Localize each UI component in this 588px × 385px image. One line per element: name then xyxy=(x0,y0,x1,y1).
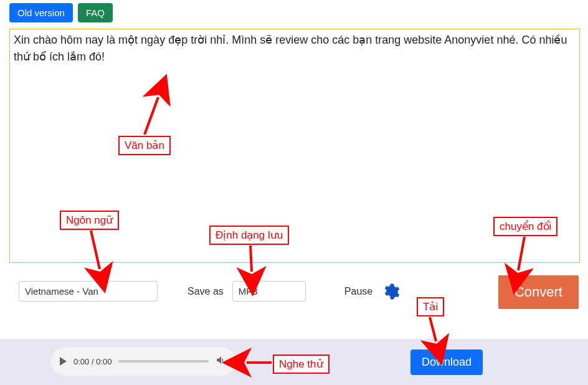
convert-button[interactable]: Convert xyxy=(498,275,579,309)
annotation-chuyen-doi: chuyển đổi xyxy=(493,217,557,236)
audio-player[interactable]: 0:00 / 0:00 xyxy=(51,347,235,376)
old-version-button[interactable]: Old version xyxy=(9,3,73,22)
svg-line-4 xyxy=(430,317,436,341)
controls-row: Save as Pause xyxy=(19,281,573,302)
pause-label: Pause xyxy=(344,286,372,297)
annotation-tai: Tải xyxy=(417,297,444,316)
annotation-van-ban: Văn bản xyxy=(118,136,171,155)
top-button-row: Old version FAQ xyxy=(9,3,113,22)
textarea-content: Xin chào hôm nay là một ngày đẹp trời nh… xyxy=(14,34,567,63)
language-select[interactable] xyxy=(19,281,158,302)
gear-icon[interactable] xyxy=(381,282,400,301)
annotation-nghe-thu: Nghe thử xyxy=(273,354,330,374)
annotation-dinh-dang-luu: Định dạng lưu xyxy=(209,226,289,245)
player-seek-slider[interactable] xyxy=(118,360,209,363)
save-as-label: Save as xyxy=(187,286,224,297)
format-select[interactable] xyxy=(232,281,306,302)
annotation-ngon-ngu: Ngôn ngữ xyxy=(60,211,119,230)
play-icon[interactable] xyxy=(60,357,67,366)
faq-button[interactable]: FAQ xyxy=(78,3,113,22)
volume-icon[interactable] xyxy=(216,354,227,369)
download-button[interactable]: Download xyxy=(410,349,483,375)
player-time: 0:00 / 0:00 xyxy=(74,357,111,366)
